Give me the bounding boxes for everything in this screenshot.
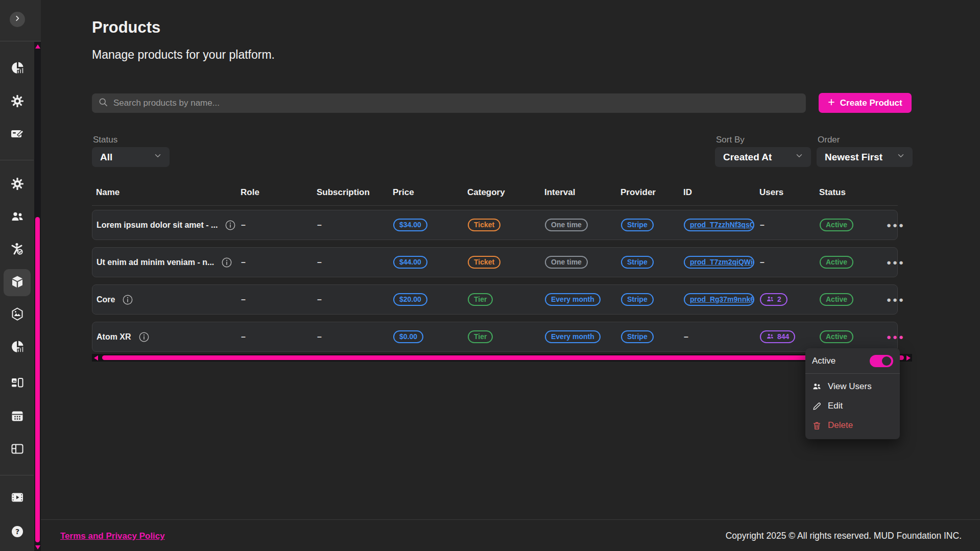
status-badge: Active bbox=[820, 219, 853, 232]
table-header-divider bbox=[92, 205, 898, 206]
category-badge: Ticket bbox=[468, 219, 500, 232]
sort-by-value: Created At bbox=[723, 152, 772, 163]
menu-item-label: Edit bbox=[828, 401, 843, 411]
info-icon[interactable] bbox=[122, 294, 133, 305]
sidebar-item-products-box-icon[interactable] bbox=[10, 276, 25, 290]
product-id-badge[interactable]: prod_T7zzhNf3qsQd bbox=[684, 219, 754, 232]
row-context-menu: ActiveView UsersEditDelete bbox=[805, 348, 900, 439]
pencil-icon bbox=[812, 401, 822, 411]
plus-icon: + bbox=[828, 97, 834, 108]
users-icon bbox=[812, 382, 822, 392]
kanban-devices-icon bbox=[10, 376, 25, 393]
row-menu-button[interactable]: ●●● bbox=[887, 295, 905, 304]
search-input[interactable] bbox=[113, 98, 793, 108]
scroll-left-arrow[interactable] bbox=[94, 355, 98, 361]
role-value: – bbox=[241, 221, 246, 229]
menu-item-edit[interactable]: Edit bbox=[805, 396, 900, 416]
menu-item-view-users[interactable]: View Users bbox=[805, 377, 900, 396]
sidebar-item-person-check-icon[interactable] bbox=[10, 243, 25, 257]
search-icon bbox=[98, 97, 108, 109]
row-menu-button[interactable]: ●●● bbox=[887, 258, 905, 267]
svg-text:?: ? bbox=[15, 528, 19, 536]
info-icon[interactable] bbox=[225, 220, 236, 231]
users-value: – bbox=[760, 258, 764, 267]
products-page: ? Products Manage products for your plat… bbox=[0, 0, 980, 551]
scroll-down-arrow[interactable] bbox=[35, 545, 40, 549]
table-row: Core––$20.00TierEvery monthStripeprod_Rg… bbox=[92, 284, 898, 315]
menu-divider bbox=[805, 373, 900, 374]
product-name: Ut enim ad minim veniam - n... bbox=[97, 258, 214, 267]
column-header-subscription: Subscription bbox=[317, 187, 393, 198]
sidebar-rail: ? bbox=[0, 42, 34, 551]
page-title: Products bbox=[92, 18, 160, 37]
column-header-status: Status bbox=[819, 187, 886, 198]
sidebar-group-divider bbox=[0, 160, 34, 160]
menu-item-delete[interactable]: Delete bbox=[805, 416, 900, 435]
table-row: Ut enim ad minim veniam - n...––$44.00Ti… bbox=[92, 247, 898, 277]
sidebar-expand-button[interactable] bbox=[10, 12, 25, 27]
column-header-category: Category bbox=[467, 187, 544, 198]
sidebar-item-users-icon[interactable] bbox=[10, 211, 25, 225]
status-select[interactable]: All bbox=[92, 147, 170, 167]
interval-badge: One time bbox=[545, 256, 588, 269]
price-badge: $20.00 bbox=[393, 293, 427, 306]
vertical-scroll-thumb[interactable] bbox=[35, 217, 40, 542]
sort-by-select[interactable]: Created At bbox=[715, 147, 811, 167]
horizontal-scroll-thumb[interactable] bbox=[102, 355, 904, 360]
subscription-value: – bbox=[317, 295, 322, 304]
calendar-icon bbox=[10, 409, 25, 425]
chevron-down-icon bbox=[896, 151, 905, 163]
sidebar-item-layout-panel-icon[interactable] bbox=[10, 443, 25, 457]
interval-badge: Every month bbox=[545, 330, 601, 344]
sidebar-item-calendar-icon[interactable] bbox=[10, 410, 25, 424]
order-select[interactable]: Newest First bbox=[817, 147, 913, 167]
status-select-value: All bbox=[100, 152, 112, 163]
info-icon[interactable] bbox=[221, 257, 232, 268]
sidebar-item-settings-gear-icon[interactable] bbox=[10, 95, 25, 109]
create-product-label: Create Product bbox=[840, 98, 902, 108]
products-box-icon bbox=[10, 275, 25, 291]
status-badge: Active bbox=[820, 256, 853, 269]
column-header-id: ID bbox=[683, 187, 759, 198]
sidebar-item-analytics-pie-icon[interactable] bbox=[10, 62, 25, 76]
category-badge: Tier bbox=[468, 330, 493, 344]
terms-privacy-link[interactable]: Terms and Privacy Policy bbox=[60, 531, 165, 541]
role-value: – bbox=[241, 295, 246, 304]
sidebar-item-video-icon[interactable] bbox=[10, 491, 25, 506]
horizontal-scrollbar[interactable] bbox=[92, 354, 912, 362]
copyright-text: Copyright 2025 © All rights reserved. MU… bbox=[726, 531, 962, 541]
table-row: Lorem ipsum dolor sit amet - ...––$34.00… bbox=[92, 210, 898, 240]
sidebar-item-card-edit-icon[interactable] bbox=[10, 128, 25, 142]
scroll-up-arrow[interactable] bbox=[35, 44, 40, 49]
card-edit-icon bbox=[10, 127, 25, 143]
row-menu-button[interactable]: ●●● bbox=[887, 221, 905, 229]
sidebar-item-help-icon[interactable]: ? bbox=[10, 525, 25, 540]
search-box[interactable] bbox=[92, 93, 806, 113]
vertical-scrollbar[interactable] bbox=[34, 42, 41, 551]
create-product-button[interactable]: + Create Product bbox=[819, 93, 912, 113]
scroll-right-arrow[interactable] bbox=[906, 355, 911, 361]
product-id-badge[interactable]: prod_Rg37m9nnk6s bbox=[684, 293, 754, 306]
product-id-badge[interactable]: prod_T7zm2qiQWid bbox=[684, 256, 754, 269]
info-icon[interactable] bbox=[138, 331, 150, 343]
chevron-right-icon bbox=[14, 15, 21, 24]
table-header: NameRoleSubscriptionPriceCategoryInterva… bbox=[92, 185, 898, 200]
row-menu-button[interactable]: ●●● bbox=[887, 332, 905, 341]
price-badge: $44.00 bbox=[393, 256, 427, 269]
column-header-role: Role bbox=[241, 187, 317, 198]
person-check-icon bbox=[10, 242, 25, 258]
subscription-value: – bbox=[317, 332, 322, 341]
column-header-provider: Provider bbox=[620, 187, 683, 198]
category-badge: Ticket bbox=[468, 256, 500, 269]
sidebar: ? bbox=[0, 0, 41, 551]
sidebar-item-assets-cube-icon[interactable] bbox=[10, 308, 25, 322]
sidebar-item-gear-icon[interactable] bbox=[10, 178, 25, 192]
sidebar-item-chart-pie-icon[interactable] bbox=[10, 341, 25, 355]
sidebar-item-kanban-devices-icon[interactable] bbox=[10, 377, 25, 392]
video-icon bbox=[10, 490, 25, 507]
page-subtitle: Manage products for your platform. bbox=[92, 48, 275, 62]
table-row: Atom XR––$0.00TierEvery monthStripe–844A… bbox=[92, 322, 898, 352]
menu-item-active-toggle: Active bbox=[805, 351, 900, 371]
gear-icon bbox=[10, 177, 25, 193]
active-toggle[interactable] bbox=[870, 355, 893, 367]
